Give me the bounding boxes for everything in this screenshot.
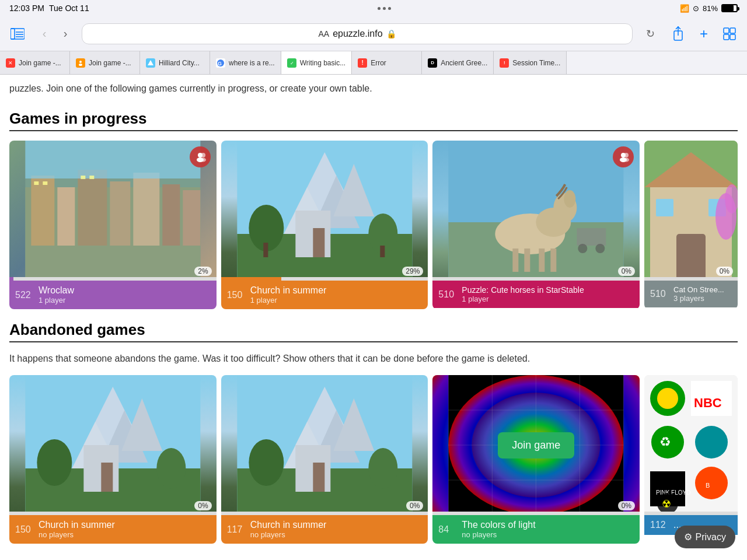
svg-rect-58 [551, 249, 557, 272]
abandoned-section: Abandoned games It happens that someone … [9, 321, 738, 544]
svg-rect-56 [525, 249, 530, 272]
tab-icon-1: ✕ [6, 58, 15, 68]
privacy-badge-horses [613, 146, 634, 167]
game-number-wroclaw: 522 [15, 290, 34, 300]
intro-text: puzzles. Join one of the following games… [9, 75, 738, 103]
sidebar-button[interactable] [7, 23, 28, 44]
game-name-ab-church1: Church in summer [39, 520, 211, 530]
tab-writing[interactable]: ✓ Writing basic... [281, 51, 352, 75]
abandoned-card-colors[interactable]: Join game 0% 84 The colors of light no p… [432, 375, 640, 544]
add-tab-button[interactable]: + [693, 23, 714, 44]
svg-rect-23 [78, 170, 107, 246]
page-content: puzzles. Join one of the following games… [0, 75, 747, 558]
game-players-colors: no players [462, 530, 634, 539]
svg-point-34 [201, 153, 205, 158]
svg-point-93 [368, 448, 397, 489]
privacy-icon: ⚙ [684, 531, 692, 542]
address-bar[interactable]: AA epuzzle.info 🔒 [82, 23, 633, 44]
tab-icon-3 [146, 58, 155, 68]
tab-session[interactable]: ! Session Time... [494, 51, 567, 75]
tab-hilliard[interactable]: Hilliard City... [140, 51, 210, 75]
back-button[interactable]: ‹ [35, 24, 54, 43]
browser-dots [378, 7, 391, 10]
progress-label-cat: 0% [716, 267, 733, 276]
url-display: epuzzle.info [333, 29, 382, 39]
tab-title-5: Writing basic... [300, 59, 345, 67]
game-players-church1: 1 player [250, 296, 423, 304]
svg-rect-27 [183, 190, 200, 246]
svg-point-61 [596, 244, 605, 253]
game-number-horses: 510 [438, 289, 457, 300]
svg-rect-57 [539, 249, 545, 272]
progress-bar-church1 [221, 277, 428, 281]
tab-join-game-1[interactable]: ✕ Join game -... [0, 51, 70, 75]
game-card-horses[interactable]: 0% 510 Puzzle: Cute horses in StarStable… [432, 141, 640, 309]
game-info-horses: 510 Puzzle: Cute horses in StarStable 1 … [432, 281, 640, 308]
forward-button[interactable]: › [56, 24, 75, 43]
svg-rect-0 [11, 29, 15, 39]
share-button[interactable] [668, 23, 689, 44]
svg-rect-26 [162, 184, 180, 246]
tab-title-8: Session Time... [512, 59, 560, 67]
game-name-cat: Cat On Stree... [673, 285, 732, 294]
browser-actions: + [668, 23, 740, 44]
game-number-colors: 84 [438, 524, 457, 535]
abandoned-card-church2[interactable]: 0% 117 Church in summer no players [221, 375, 428, 544]
svg-rect-7 [724, 28, 729, 33]
aa-button[interactable]: AA [318, 29, 329, 38]
tabs-bar: ✕ Join game -... Join game -... Hilliard… [0, 51, 747, 75]
tab-where[interactable]: G where is a re... [210, 51, 281, 75]
game-info-colors: 84 The colors of light no players [432, 515, 640, 544]
svg-point-12 [79, 61, 82, 63]
abandoned-card-logos[interactable]: NBC ♻ PINK FLOYD B ☢ [644, 375, 738, 544]
game-card-cat[interactable]: 0% 510 Cat On Stree... 3 players [644, 141, 738, 309]
svg-rect-31 [81, 176, 85, 179]
progress-bar-ab-church2 [221, 512, 428, 515]
svg-text:♻: ♻ [659, 435, 671, 449]
svg-text:✓: ✓ [289, 61, 294, 66]
game-name-horses: Puzzle: Cute horses in StarStable [462, 285, 634, 295]
game-card-church1[interactable]: 29% 150 Church in summer 1 player [221, 141, 428, 309]
join-game-button[interactable]: Join game [498, 432, 574, 459]
tab-error[interactable]: ! Error [352, 51, 422, 75]
tab-title-4: where is a re... [229, 59, 275, 67]
game-info-ab-church1: 150 Church in summer no players [9, 515, 217, 544]
games-in-progress-divider [9, 130, 738, 131]
game-number-church1: 150 [227, 290, 246, 300]
game-info-cat: 510 Cat On Stree... 3 players [644, 281, 738, 307]
svg-marker-14 [148, 60, 153, 65]
abandoned-thumb-logos: NBC ♻ PINK FLOYD B ☢ [644, 375, 738, 515]
game-name-wroclaw: Wroclaw [39, 285, 211, 296]
battery-percent: 81% [703, 4, 718, 13]
svg-rect-55 [513, 249, 519, 272]
tab-join-game-2[interactable]: Join game -... [70, 51, 140, 75]
progress-bar-ab-church1 [9, 512, 217, 515]
reload-button[interactable]: ↻ [640, 23, 661, 44]
svg-point-83 [156, 448, 186, 489]
games-in-progress-title: Games in progress [9, 110, 738, 128]
tab-icon-6: ! [358, 58, 367, 68]
svg-rect-91 [313, 463, 324, 492]
game-details-ab-church1: Church in summer no players [39, 520, 211, 539]
svg-rect-8 [730, 28, 735, 33]
svg-point-92 [249, 439, 284, 486]
svg-rect-29 [34, 181, 39, 185]
game-number-logos: 112 [650, 520, 669, 530]
tab-ancient[interactable]: D Ancient Gree... [422, 51, 494, 75]
game-card-wroclaw[interactable]: 2% 522 Wroclaw 1 player [9, 141, 217, 309]
game-players-wroclaw: 1 player [39, 296, 211, 304]
abandoned-games-title: Abandoned games [9, 321, 738, 339]
svg-point-115 [695, 467, 728, 499]
game-name-ab-church2: Church in summer [250, 520, 423, 530]
svg-point-54 [564, 190, 576, 208]
tabs-overview-button[interactable] [719, 23, 740, 44]
progress-label-colors: 0% [618, 501, 635, 510]
svg-rect-81 [101, 463, 113, 492]
abandoned-card-church1[interactable]: 0% 150 Church in summer no players [9, 375, 217, 544]
svg-text:B: B [706, 482, 710, 489]
tab-title-7: Ancient Gree... [441, 59, 487, 67]
tab-icon-5: ✓ [287, 58, 296, 68]
svg-rect-30 [43, 181, 47, 185]
lock-icon: 🔒 [386, 29, 396, 38]
privacy-button[interactable]: ⚙ Privacy [675, 526, 735, 548]
